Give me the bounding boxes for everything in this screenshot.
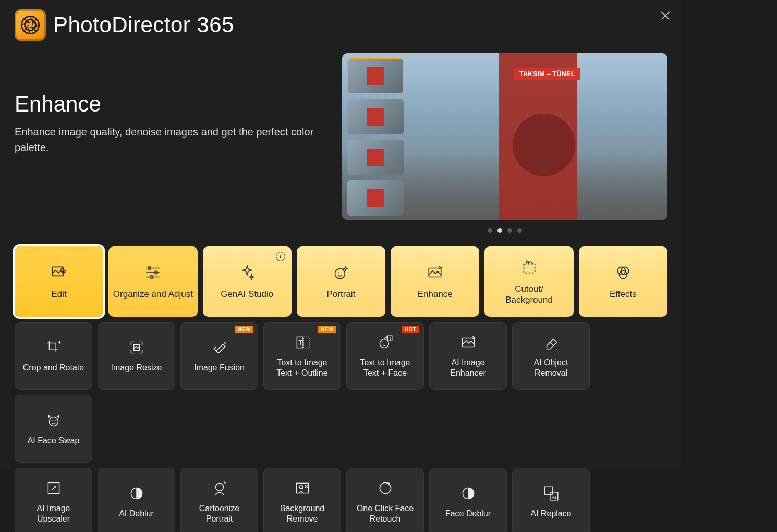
category-label: Cutout/ Background bbox=[502, 284, 556, 305]
new-badge: NEW bbox=[235, 326, 253, 333]
app-logo bbox=[15, 9, 46, 41]
variant-thumb-2[interactable] bbox=[347, 99, 404, 134]
svg-rect-16 bbox=[303, 337, 309, 348]
tool-label: AI Deblur bbox=[115, 509, 158, 519]
tool-label: One Click Face Retouch bbox=[347, 503, 423, 524]
tool-crop-rotate[interactable]: Crop and Rotate bbox=[15, 322, 92, 390]
carousel-dots bbox=[488, 228, 522, 233]
svg-point-24 bbox=[215, 483, 223, 491]
tool-cartoonize[interactable]: Cartoonize Portrait bbox=[180, 468, 258, 532]
tool-ai-enhancer[interactable]: AI Image Enhancer bbox=[429, 322, 507, 390]
tool-face-deblur[interactable]: Face Deblur bbox=[429, 468, 507, 532]
resize-icon bbox=[128, 339, 145, 356]
close-button[interactable] bbox=[657, 7, 674, 24]
category-label: GenAI Studio bbox=[217, 289, 276, 300]
category-organize[interactable]: Organize and Adjust bbox=[108, 246, 197, 317]
cartoon-face-icon bbox=[211, 479, 228, 497]
tool-label: Text to Image Text + Outline bbox=[272, 357, 332, 378]
tool-ai-upscaler[interactable]: AI Image Upscaler bbox=[15, 468, 92, 532]
tool-ai-object-removal[interactable]: AI Object Removal bbox=[512, 322, 590, 390]
svg-point-1 bbox=[25, 20, 36, 31]
category-label: Portrait bbox=[324, 289, 359, 300]
aperture-icon bbox=[19, 14, 41, 36]
tool-bg-remove[interactable]: Background Remove bbox=[263, 468, 341, 532]
info-icon[interactable]: i bbox=[276, 252, 285, 261]
tool-image-fusion[interactable]: NEW Image Fusion bbox=[180, 322, 258, 390]
tool-label: AI Replace bbox=[526, 509, 575, 519]
tool-ai-replace[interactable]: AI AI Replace bbox=[512, 468, 590, 532]
svg-point-6 bbox=[335, 269, 345, 279]
category-label: Organize and Adjust bbox=[110, 289, 196, 300]
sparkles-icon bbox=[238, 264, 256, 281]
variant-thumb-3[interactable] bbox=[347, 140, 404, 175]
svg-rect-8 bbox=[524, 264, 535, 273]
category-effects[interactable]: Effects bbox=[579, 246, 667, 317]
category-edit[interactable]: Edit bbox=[15, 246, 103, 317]
category-label: Edit bbox=[48, 289, 69, 300]
tool-ai-face-swap[interactable]: AI Face Swap bbox=[15, 395, 92, 463]
tool-label: Cartoonize Portrait bbox=[181, 503, 258, 524]
tool-label: Crop and Rotate bbox=[19, 363, 88, 373]
cutout-icon bbox=[520, 258, 538, 276]
upscale-icon bbox=[45, 479, 63, 497]
deblur-icon bbox=[128, 485, 145, 502]
face-deblur-icon bbox=[459, 485, 477, 502]
svg-text:AI: AI bbox=[552, 494, 556, 500]
category-cutout[interactable]: Cutout/ Background bbox=[484, 246, 573, 317]
tool-label: Image Resize bbox=[107, 363, 166, 373]
tool-one-click-retouch[interactable]: One Click Face Retouch bbox=[346, 468, 424, 532]
sliders-icon bbox=[144, 264, 162, 281]
tool-image-resize[interactable]: Image Resize bbox=[98, 322, 175, 390]
tool-t2i-face[interactable]: HOT T Text to Image Text + Face bbox=[346, 322, 424, 390]
tool-ai-deblur[interactable]: AI Deblur bbox=[98, 468, 175, 532]
ai-replace-icon: AI bbox=[542, 485, 560, 502]
svg-text:T: T bbox=[298, 339, 302, 347]
image-edit-icon bbox=[50, 264, 68, 281]
category-portrait[interactable]: Portrait bbox=[297, 246, 385, 317]
hot-badge: HOT bbox=[402, 326, 419, 333]
tool-label: Image Fusion bbox=[190, 363, 249, 373]
tool-row-2: AI Image Upscaler AI Deblur Cartoonize P… bbox=[15, 468, 667, 532]
text-face-icon: T bbox=[377, 333, 394, 351]
new-badge: NEW bbox=[318, 326, 336, 333]
tool-label: Text to Image Text + Face bbox=[356, 357, 414, 378]
svg-point-26 bbox=[299, 486, 302, 489]
svg-rect-29 bbox=[544, 487, 552, 494]
svg-point-9 bbox=[526, 261, 528, 263]
carousel-dot-1[interactable] bbox=[488, 228, 492, 233]
variant-thumb-1[interactable] bbox=[347, 58, 404, 94]
app-title: PhotoDirector 365 bbox=[53, 13, 234, 38]
retouch-icon bbox=[377, 479, 394, 497]
eraser-icon bbox=[542, 333, 560, 351]
carousel-dot-4[interactable] bbox=[517, 228, 522, 233]
tool-label: AI Image Upscaler bbox=[15, 503, 92, 524]
tool-label: Face Deblur bbox=[441, 509, 495, 519]
face-sparkle-icon bbox=[332, 264, 350, 281]
launcher-window: PhotoDirector 365 Enhance Enhance image … bbox=[0, 0, 682, 470]
crop-rotate-icon bbox=[45, 339, 63, 356]
variant-thumb-4[interactable] bbox=[347, 180, 404, 216]
close-icon bbox=[660, 10, 671, 21]
category-label: Effects bbox=[606, 289, 640, 300]
tool-label: AI Object Removal bbox=[513, 357, 589, 378]
brand-row: PhotoDirector 365 bbox=[15, 9, 667, 41]
svg-text:T: T bbox=[388, 336, 391, 341]
svg-point-21 bbox=[49, 417, 58, 426]
carousel-dot-3[interactable] bbox=[507, 228, 512, 233]
tool-row-1: Crop and Rotate Image Resize NEW Image F… bbox=[15, 322, 667, 463]
carousel-dot-2[interactable] bbox=[497, 228, 502, 233]
face-swap-icon bbox=[45, 412, 63, 429]
preview-image[interactable]: TAKSIM – TÜNEL bbox=[342, 53, 667, 220]
category-genai[interactable]: i GenAI Studio bbox=[203, 246, 292, 317]
hero-text: Enhance Enhance image quality, denoise i… bbox=[15, 53, 342, 235]
tool-t2i-outline[interactable]: NEW T Text to Image Text + Outline bbox=[263, 322, 341, 390]
hero-title: Enhance bbox=[15, 92, 326, 117]
category-row: Edit Organize and Adjust i GenAI Studio … bbox=[15, 246, 667, 317]
fusion-icon bbox=[211, 339, 228, 356]
hero-subtitle: Enhance image quality, denoise images an… bbox=[15, 124, 326, 155]
tool-label: AI Image Enhancer bbox=[430, 357, 506, 378]
category-enhance[interactable]: Enhance bbox=[391, 246, 479, 317]
enhance-icon bbox=[426, 264, 444, 281]
tool-label: AI Face Swap bbox=[23, 436, 84, 446]
venn-icon bbox=[614, 264, 632, 281]
